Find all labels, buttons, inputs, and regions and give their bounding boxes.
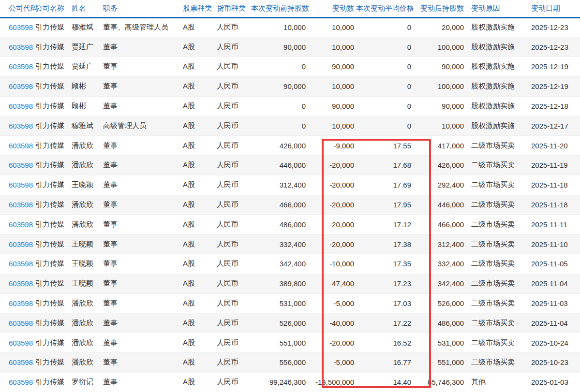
cell-person-name: 王晓颖	[72, 254, 103, 274]
stock-code-link[interactable]: 603598	[9, 319, 33, 327]
stock-code-link[interactable]: 603598	[9, 122, 33, 130]
stock-code-link[interactable]: 603598	[9, 43, 33, 51]
cell-change-date: 2025-01-03	[527, 372, 580, 392]
cell-company-code: 603598	[0, 333, 35, 353]
cell-stock-type: A股	[183, 76, 217, 96]
stock-code-link[interactable]: 603598	[9, 358, 33, 366]
cell-company-name: 引力传媒	[35, 57, 72, 77]
stock-code-link[interactable]: 603598	[9, 378, 33, 386]
stock-code-link[interactable]: 603598	[9, 201, 33, 209]
cell-stock-type: A股	[183, 293, 217, 313]
cell-currency: 人民币	[217, 57, 251, 77]
cell-company-name: 引力传媒	[35, 116, 72, 136]
cell-change-amount: -10,000	[310, 254, 356, 274]
cell-change-reason: 二级市场买卖	[467, 274, 527, 293]
cell-position: 高级管理人员	[103, 116, 183, 136]
stock-code-link[interactable]: 603598	[9, 23, 33, 31]
col-header-company-name: 公司名称	[35, 0, 72, 17]
cell-person-name: 潘欣欣	[72, 136, 103, 156]
table-header: 公司代码公司名称姓名职务股票种类货币种类本次变动前持股数变动数本次变动平均价格变…	[0, 0, 580, 17]
col-header-change-date: 变动日期	[527, 0, 580, 17]
col-header-avg-price: 本次变动平均价格	[356, 0, 417, 17]
cell-change-reason: 二级市场买卖	[467, 254, 527, 274]
cell-currency: 人民币	[217, 175, 251, 195]
cell-currency: 人民币	[217, 136, 251, 156]
cell-shares-before: 0	[251, 116, 310, 136]
stock-code-link[interactable]: 603598	[9, 279, 33, 288]
cell-person-name: 潘欣欣	[72, 313, 103, 333]
cell-position: 董事	[103, 353, 183, 373]
cell-stock-type: A股	[183, 313, 217, 333]
cell-change-date: 2025-12-18	[527, 96, 580, 116]
cell-currency: 人民币	[217, 293, 251, 313]
stock-code-link[interactable]: 603598	[9, 339, 33, 347]
cell-stock-type: A股	[183, 96, 217, 116]
cell-position: 董事	[103, 37, 183, 57]
cell-person-name: 潘欣欣	[72, 215, 103, 234]
cell-stock-type: A股	[183, 116, 217, 136]
stock-code-link[interactable]: 603598	[9, 102, 33, 110]
col-header-person-name: 姓名	[72, 0, 103, 17]
stock-code-link[interactable]: 603598	[9, 62, 33, 71]
cell-avg-price: 17.69	[356, 175, 417, 195]
cell-person-name: 罗衍记	[72, 372, 103, 392]
stock-code-link[interactable]: 603598	[9, 142, 33, 150]
cell-change-amount: -20,000	[310, 195, 356, 215]
cell-person-name: 顾彬	[72, 76, 103, 96]
cell-stock-type: A股	[183, 234, 217, 254]
cell-avg-price: 16.77	[356, 353, 417, 373]
cell-company-name: 引力传媒	[35, 274, 72, 293]
cell-change-reason: 二级市场买卖	[467, 215, 527, 234]
stock-code-link[interactable]: 603598	[9, 240, 33, 248]
cell-avg-price: 0	[356, 37, 417, 57]
cell-company-code: 603598	[0, 274, 35, 293]
cell-stock-type: A股	[183, 195, 217, 215]
stock-code-link[interactable]: 603598	[9, 181, 33, 189]
cell-stock-type: A股	[183, 156, 217, 175]
stock-code-link[interactable]: 603598	[9, 299, 33, 307]
cell-currency: 人民币	[217, 313, 251, 333]
cell-change-amount: 90,000	[310, 57, 356, 77]
cell-currency: 人民币	[217, 274, 251, 293]
cell-change-date: 2025-11-18	[527, 195, 580, 215]
cell-position: 董事、高级管理人员	[103, 17, 183, 37]
stock-code-link[interactable]: 603598	[9, 161, 33, 169]
cell-change-reason: 股权激励实施	[467, 76, 527, 96]
cell-change-amount: -5,000	[310, 293, 356, 313]
cell-change-reason: 二级市场买卖	[467, 156, 527, 175]
cell-person-name: 穆雅斌	[72, 116, 103, 136]
stock-code-link[interactable]: 603598	[9, 260, 33, 268]
cell-shares-before: 312,400	[251, 175, 310, 195]
cell-person-name: 潘欣欣	[72, 156, 103, 175]
cell-company-name: 引力传媒	[35, 17, 72, 37]
cell-avg-price: 17.03	[356, 293, 417, 313]
cell-avg-price: 14.40	[356, 372, 417, 392]
cell-change-date: 2025-11-04	[527, 313, 580, 333]
cell-change-reason: 股权激励实施	[467, 17, 527, 37]
cell-shares-before: 10,000	[251, 17, 310, 37]
cell-person-name: 潘欣欣	[72, 293, 103, 313]
stock-code-link[interactable]: 603598	[9, 82, 33, 90]
cell-currency: 人民币	[217, 156, 251, 175]
cell-avg-price: 17.38	[356, 234, 417, 254]
cell-change-date: 2025-11-20	[527, 136, 580, 156]
cell-change-amount: 90,000	[310, 96, 356, 116]
cell-company-code: 603598	[0, 116, 35, 136]
stock-code-link[interactable]: 603598	[9, 220, 33, 229]
cell-company-name: 引力传媒	[35, 333, 72, 353]
cell-company-name: 引力传媒	[35, 175, 72, 195]
cell-position: 董事	[103, 136, 183, 156]
cell-shares-after: 342,400	[417, 274, 467, 293]
cell-avg-price: 17.35	[356, 254, 417, 274]
cell-currency: 人民币	[217, 215, 251, 234]
cell-stock-type: A股	[183, 175, 217, 195]
cell-change-date: 2025-12-23	[527, 17, 580, 37]
cell-position: 董事	[103, 313, 183, 333]
cell-company-name: 引力传媒	[35, 215, 72, 234]
cell-company-code: 603598	[0, 313, 35, 333]
table-row: 603598引力传媒穆雅斌高级管理人员A股人民币010,000010,000股权…	[0, 116, 580, 136]
cell-change-reason: 二级市场买卖	[467, 313, 527, 333]
cell-shares-after: 551,000	[417, 353, 467, 373]
cell-shares-after: 85,746,300	[417, 372, 467, 392]
table-row: 603598引力传媒潘欣欣董事A股人民币551,000-20,00016.525…	[0, 333, 580, 353]
